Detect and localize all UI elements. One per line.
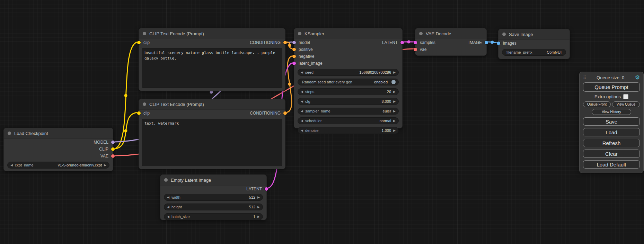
decrement-arrow-icon[interactable]: ◀ (301, 71, 303, 74)
increment-arrow-icon[interactable]: ▶ (393, 110, 396, 113)
input-label-images: images (503, 41, 517, 46)
node-title-bar[interactable]: CLIP Text Encode (Prompt) (139, 99, 285, 110)
increment-arrow-icon[interactable]: ▶ (393, 119, 396, 123)
widget-random-seed-toggle[interactable]: Random seed after every gen enabled (298, 79, 399, 85)
decrement-arrow-icon[interactable]: ◀ (301, 119, 303, 123)
widget-name: seed (305, 70, 314, 74)
input-label-vae: vae (420, 47, 426, 52)
input-dot-latent-image[interactable] (292, 62, 296, 65)
node-title-bar[interactable]: KSampler (294, 28, 402, 39)
collapse-dot-icon[interactable] (8, 132, 11, 135)
refresh-button[interactable]: Refresh (583, 139, 640, 147)
settings-gear-icon[interactable]: ⚙ (635, 75, 640, 80)
queue-front-button[interactable]: Queue Front (583, 101, 611, 107)
widget-name: batch_size (171, 215, 190, 219)
collapse-dot-icon[interactable] (143, 102, 146, 106)
node-vae-decode[interactable]: VAE Decode samples IMAGE vae (415, 28, 487, 56)
widget-value: 1 (253, 215, 255, 219)
output-dot-latent[interactable] (400, 41, 404, 44)
widget-name: sampler_name (305, 109, 330, 113)
collapse-dot-icon[interactable] (143, 32, 146, 35)
node-ksampler[interactable]: KSampler model LATENT positive negative … (294, 28, 403, 128)
collapse-dot-icon[interactable] (502, 33, 506, 36)
node-title-bar[interactable]: Load Checkpoint (4, 128, 113, 139)
increment-arrow-icon[interactable]: ▶ (257, 196, 260, 199)
node-load-checkpoint[interactable]: Load Checkpoint MODEL CLIP VAE ◀ ckpt_na… (3, 128, 113, 171)
collapse-dot-icon[interactable] (164, 178, 168, 182)
collapse-dot-icon[interactable] (298, 32, 301, 35)
input-dot-vae[interactable] (414, 48, 417, 51)
queue-prompt-button[interactable]: Queue Prompt (583, 82, 640, 92)
decrement-arrow-icon[interactable]: ◀ (10, 164, 13, 167)
widget-denoise[interactable]: ◀ denoise 1.000 ▶ (298, 127, 399, 134)
node-title-bar[interactable]: CLIP Text Encode (Prompt) (139, 28, 285, 39)
positive-prompt-textarea[interactable]: beautiful scenery nature glass bottle la… (142, 48, 282, 88)
node-title-bar[interactable]: Save Image (499, 29, 570, 40)
input-dot-model[interactable] (292, 41, 296, 44)
decrement-arrow-icon[interactable]: ◀ (167, 215, 169, 218)
node-clip-text-encode-positive[interactable]: CLIP Text Encode (Prompt) clip CONDITION… (139, 28, 285, 91)
widget-scheduler[interactable]: ◀ scheduler normal ▶ (298, 117, 399, 124)
widget-seed[interactable]: ◀ seed 156680208700286 ▶ (298, 69, 399, 76)
negative-prompt-textarea[interactable]: text, watermark (142, 119, 282, 166)
widget-cfg[interactable]: ◀ cfg 8.000 ▶ (298, 98, 399, 105)
decrement-arrow-icon[interactable]: ◀ (301, 129, 303, 132)
input-dot-negative[interactable] (292, 55, 296, 58)
increment-arrow-icon[interactable]: ▶ (104, 164, 106, 167)
output-dot-model[interactable] (111, 141, 115, 144)
widget-ckpt-name[interactable]: ◀ ckpt_name v1-5-pruned-emaonly.ckpt ▶ (7, 162, 109, 169)
increment-arrow-icon[interactable]: ▶ (393, 71, 396, 74)
input-dot-positive[interactable] (292, 48, 296, 51)
queue-size-label: Queue size: 0 (586, 75, 635, 80)
collapse-dot-icon[interactable] (419, 32, 423, 35)
output-dot-vae[interactable] (111, 154, 115, 158)
node-title-bar[interactable]: Empty Latent Image (160, 175, 266, 186)
node-clip-text-encode-negative[interactable]: CLIP Text Encode (Prompt) clip CONDITION… (139, 99, 285, 169)
decrement-arrow-icon[interactable]: ◀ (301, 100, 303, 103)
node-title: KSampler (305, 31, 324, 36)
output-dot-conditioning[interactable] (283, 41, 287, 44)
increment-arrow-icon[interactable]: ▶ (257, 215, 260, 218)
input-dot-clip[interactable] (137, 111, 141, 115)
node-empty-latent-image[interactable]: Empty Latent Image LATENT ◀ width 512 ▶ … (160, 174, 267, 220)
widget-filename-prefix[interactable]: filename_prefix ComfyUI (502, 49, 566, 56)
input-dot-clip[interactable] (137, 41, 141, 44)
widget-name: cfg (305, 99, 310, 103)
node-title-bar[interactable]: VAE Decode (415, 28, 486, 39)
load-button[interactable]: Load (583, 128, 640, 136)
output-dot-conditioning[interactable] (283, 111, 287, 115)
decrement-arrow-icon[interactable]: ◀ (167, 206, 169, 209)
slot-row: positive (294, 46, 402, 53)
clear-button[interactable]: Clear (583, 150, 640, 158)
increment-arrow-icon[interactable]: ▶ (393, 90, 396, 93)
widget-width[interactable]: ◀ width 512 ▶ (164, 194, 263, 201)
comfyui-canvas[interactable]: { "icons": { "left_arrow": "◀", "right_a… (0, 0, 644, 244)
output-dot-latent[interactable] (265, 187, 268, 191)
decrement-arrow-icon[interactable]: ◀ (167, 196, 169, 199)
decrement-arrow-icon[interactable]: ◀ (301, 90, 303, 93)
decrement-arrow-icon[interactable]: ◀ (301, 110, 303, 113)
slot-row: samples IMAGE (415, 39, 486, 46)
load-default-button[interactable]: Load Default (583, 160, 640, 169)
view-history-button[interactable]: View History (592, 109, 632, 115)
widget-name: filename_prefix (506, 50, 532, 54)
increment-arrow-icon[interactable]: ▶ (393, 100, 396, 103)
drag-handle-icon[interactable]: ⠿ (583, 75, 586, 80)
output-dot-clip[interactable] (111, 147, 115, 151)
queue-panel[interactable]: ⠿ Queue size: 0 ⚙ Queue Prompt Extra opt… (579, 72, 644, 173)
node-save-image[interactable]: Save Image images filename_prefix ComfyU… (498, 29, 570, 59)
widget-height[interactable]: ◀ height 512 ▶ (164, 204, 263, 210)
increment-arrow-icon[interactable]: ▶ (257, 206, 260, 209)
increment-arrow-icon[interactable]: ▶ (393, 129, 396, 132)
output-dot-image[interactable] (485, 41, 488, 44)
toggle-knob-icon[interactable] (391, 80, 396, 84)
widget-value: enabled (374, 80, 388, 84)
save-button[interactable]: Save (583, 117, 640, 126)
input-dot-samples[interactable] (414, 41, 417, 44)
input-dot-images[interactable] (497, 42, 500, 45)
view-queue-button[interactable]: View Queue (612, 101, 640, 107)
widget-sampler-name[interactable]: ◀ sampler_name euler ▶ (298, 108, 399, 115)
extra-options-checkbox[interactable] (623, 94, 628, 99)
widget-batch-size[interactable]: ◀ batch_size 1 ▶ (164, 213, 263, 220)
widget-steps[interactable]: ◀ steps 20 ▶ (298, 88, 399, 95)
